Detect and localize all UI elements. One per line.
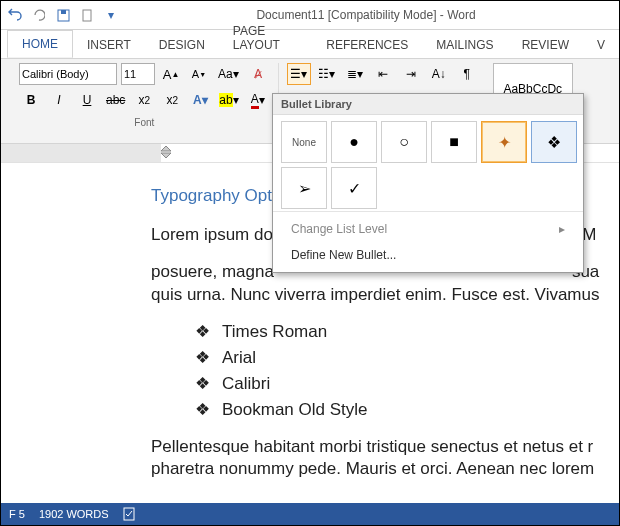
- bullet-none[interactable]: None: [281, 121, 327, 163]
- list-item: Bookman Old Style: [195, 399, 615, 422]
- tab-view[interactable]: V: [583, 32, 619, 58]
- font-group-label: Font: [134, 117, 154, 128]
- bullet-grid: None ● ○ ■ ✦ ❖ ➢ ✓: [273, 115, 583, 211]
- numbering-button[interactable]: ☷▾: [315, 63, 339, 85]
- bullet-arrow[interactable]: ➢: [281, 167, 327, 209]
- list-item: Arial: [195, 347, 615, 370]
- qat-more-icon[interactable]: ▾: [103, 7, 119, 23]
- font-family-select[interactable]: [19, 63, 117, 85]
- font-size-select[interactable]: [121, 63, 155, 85]
- list-item: Calibri: [195, 373, 615, 396]
- save-icon[interactable]: [55, 7, 71, 23]
- tab-mailings[interactable]: MAILINGS: [422, 32, 507, 58]
- ribbon-tabs: HOME INSERT DESIGN PAGE LAYOUT REFERENCE…: [1, 30, 619, 58]
- change-case-icon[interactable]: Aa▾: [215, 63, 242, 85]
- subscript-icon[interactable]: x2: [132, 89, 156, 111]
- show-marks-icon[interactable]: ¶: [455, 63, 479, 85]
- shrink-font-icon[interactable]: A▼: [187, 63, 211, 85]
- status-bar: F 5 1902 WORDS: [1, 503, 619, 525]
- popup-menu: Change List Level ▸ Define New Bullet...: [273, 211, 583, 272]
- change-list-level: Change List Level ▸: [273, 216, 583, 242]
- ruler-margin: [1, 144, 161, 162]
- superscript-icon[interactable]: x2: [160, 89, 184, 111]
- bold-button[interactable]: B: [19, 89, 43, 111]
- svg-marker-3: [161, 146, 171, 151]
- svg-rect-1: [61, 10, 66, 14]
- increase-indent-icon[interactable]: ⇥: [399, 63, 423, 85]
- window-title: Document11 [Compatibility Mode] - Word: [119, 8, 613, 22]
- undo-icon[interactable]: [7, 7, 23, 23]
- decrease-indent-icon[interactable]: ⇤: [371, 63, 395, 85]
- sort-icon[interactable]: A↓: [427, 63, 451, 85]
- tab-home[interactable]: HOME: [7, 30, 73, 58]
- strikethrough-icon[interactable]: abc: [103, 89, 128, 111]
- list-item: Times Roman: [195, 321, 615, 344]
- spellcheck-icon[interactable]: [123, 507, 137, 521]
- para3: quis urna. Nunc viverra imperdiet enim. …: [151, 284, 615, 307]
- svg-rect-2: [83, 10, 91, 21]
- indent-marker-icon[interactable]: [161, 146, 171, 158]
- highlight-icon[interactable]: ab▾: [216, 89, 241, 111]
- tab-design[interactable]: DESIGN: [145, 32, 219, 58]
- tab-insert[interactable]: INSERT: [73, 32, 145, 58]
- word-count[interactable]: 1902 WORDS: [39, 508, 109, 520]
- para5: pharetra nonummy pede. Mauris et orci. A…: [151, 458, 615, 481]
- bullet-list: Times Roman Arial Calibri Bookman Old St…: [195, 321, 615, 422]
- bullet-library-popup: Bullet Library None ● ○ ■ ✦ ❖ ➢ ✓ Change…: [272, 93, 584, 273]
- bullet-circle[interactable]: ○: [381, 121, 427, 163]
- bullet-diamond[interactable]: ✦: [481, 121, 527, 163]
- svg-marker-4: [161, 153, 171, 158]
- tab-review[interactable]: REVIEW: [508, 32, 583, 58]
- multilevel-button[interactable]: ≣▾: [343, 63, 367, 85]
- font-color-icon[interactable]: A▾: [246, 89, 270, 111]
- bullets-button[interactable]: ☰▾: [287, 63, 311, 85]
- popup-header: Bullet Library: [273, 94, 583, 115]
- quick-access-toolbar: ▾: [7, 7, 119, 23]
- font-group: A▲ A▼ Aa▾ A̷ B I U abc x2 x2 A▾ ab▾ A▾ F…: [11, 63, 279, 139]
- bullet-four-diamond[interactable]: ❖: [531, 121, 577, 163]
- text-effects-icon[interactable]: A▾: [188, 89, 212, 111]
- chevron-right-icon: ▸: [559, 222, 565, 236]
- bullet-check[interactable]: ✓: [331, 167, 377, 209]
- new-icon[interactable]: [79, 7, 95, 23]
- clear-format-icon[interactable]: A̷: [246, 63, 270, 85]
- tab-page-layout[interactable]: PAGE LAYOUT: [219, 18, 312, 58]
- page-indicator[interactable]: F 5: [9, 508, 25, 520]
- bullet-disc[interactable]: ●: [331, 121, 377, 163]
- redo-icon[interactable]: [31, 7, 47, 23]
- italic-button[interactable]: I: [47, 89, 71, 111]
- tab-references[interactable]: REFERENCES: [312, 32, 422, 58]
- para4: Pellentesque habitant morbi tristique se…: [151, 436, 615, 459]
- define-new-bullet[interactable]: Define New Bullet...: [273, 242, 583, 268]
- underline-button[interactable]: U: [75, 89, 99, 111]
- bullet-square[interactable]: ■: [431, 121, 477, 163]
- grow-font-icon[interactable]: A▲: [159, 63, 183, 85]
